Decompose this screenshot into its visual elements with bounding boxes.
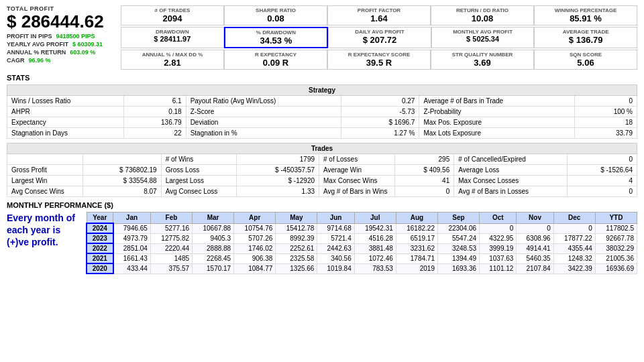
monthly-value: 1072.46 [354,253,396,263]
table-row: Stagnation in Days 22 Stagnation in % 1.… [7,128,637,139]
cell-value [83,154,161,165]
cell-value: 1799 [237,154,319,165]
monthly-wrapper: Every month of each year is (+)ve profit… [7,212,637,274]
cell-label: AHPR [7,107,124,117]
metrics-row-2: DRAWDOWN$ 28411.97% DRAWDOWN34.53 %DAILY… [121,27,637,48]
cell-value: $ -450357.57 [237,165,319,176]
yearly-avg-value: $ 60309.31 [72,41,103,48]
cell-label: # of Cancelled/Expired [454,154,568,165]
monthly-value: 2888.88 [193,243,234,253]
monthly-value: 1019.84 [317,263,354,274]
monthly-value: 4516.28 [354,233,396,243]
every-month-note: Every month of each year is (+)ve profit… [7,212,80,249]
monthly-col-header: Jul [354,213,396,224]
year-cell: 2024 [87,223,113,233]
monthly-row: 20247946.655277.1610667.8810754.7615412.… [87,223,637,233]
monthly-value: 4914.41 [517,243,553,253]
monthly-value: 4355.44 [553,243,595,253]
metric-cell: SHARPE RATIO0.08 [224,5,327,25]
table-row: Avg Consec Wins 8.07 Avg Consec Loss 1.3… [7,186,637,197]
monthly-value: 16936.69 [595,263,637,274]
year-cell: 2022 [87,243,113,253]
monthly-col-header: Jun [317,213,354,224]
monthly-value: 92667.78 [595,233,637,243]
monthly-value: 16182.22 [396,223,437,233]
monthly-section: MONTHLY PERFORMANCE ($) Every month of e… [7,201,637,274]
cell-value: 33.79 [575,128,637,139]
metric-cell: RETURN / DD RATIO10.08 [431,5,534,25]
cell-label: Average Win [319,165,395,176]
cell-value: 41 [394,176,454,186]
monthly-value: 2851.04 [113,243,151,253]
monthly-value: 1037.63 [480,253,517,263]
monthly-value: 5547.24 [437,233,479,243]
metric-cell: R EXPECTANCY SCORE39.5 R [327,50,431,70]
monthly-col-header: Apr [234,213,276,224]
metric-cell: DRAWDOWN$ 28411.97 [121,27,224,48]
monthly-value: 7946.65 [113,223,151,233]
metric-cell: STR QUALITY NUMBER3.69 [431,50,534,70]
metric-cell: MONTHLY AVG PROFIT$ 5025.34 [431,27,535,48]
cell-value: 4 [568,176,637,186]
cell-value: 22 [123,128,186,139]
metric-label: SHARPE RATIO [228,7,323,13]
cell-label: Max Consec Losses [454,176,568,186]
metric-value: 34.53 % [229,36,324,46]
monthly-value: 4973.79 [113,233,151,243]
monthly-value: 375.57 [150,263,192,274]
trades-header: Trades [7,143,637,154]
monthly-value: 10754.76 [234,223,276,233]
cell-label: Expectancy [7,117,124,128]
monthly-col-header: Nov [517,213,553,224]
strategy-header: Strategy [7,85,637,96]
monthly-value: 433.44 [113,263,151,274]
cell-value: $ 1696.7 [341,117,419,128]
cell-value: 8.07 [83,186,161,197]
metric-label: DRAWDOWN [125,29,220,35]
monthly-col-header: Dec [553,213,595,224]
monthly-value: 5707.26 [234,233,276,243]
monthly-value: 3999.19 [480,243,517,253]
cell-label: Max Consec Wins [319,176,395,186]
metric-label: % DRAWDOWN [229,29,324,36]
cell-label: Avg Consec Loss [161,186,237,197]
metric-label: PROFIT FACTOR [331,7,427,13]
metric-value: 3.69 [435,58,530,68]
table-row: # of Wins 1799 # of Losses 295 # of Canc… [7,154,637,165]
cell-value: $ 736802.19 [83,165,161,176]
monthly-value: 3231.62 [396,243,437,253]
monthly-value: 1661.43 [113,253,151,263]
cell-value: 1.27 % [341,128,419,139]
monthly-value: 340.56 [317,253,354,263]
metric-cell: AVERAGE TRADE$ 136.79 [534,27,637,48]
monthly-row: 20222851.042220.442888.881746.022252.612… [87,243,637,253]
metric-value: 2.81 [125,58,220,68]
total-profit-value: $ 286444.62 [7,12,114,32]
cell-label: Avg # of Bars in Losses [454,186,568,197]
metric-label: DAILY AVG PROFIT [332,29,427,35]
metric-label: MONTHLY AVG PROFIT [435,29,531,35]
cell-value: $ 409.56 [394,165,454,176]
monthly-col-header: Jan [113,213,151,224]
cell-label: Z-Score [186,107,341,117]
monthly-value: 12775.82 [150,233,192,243]
metric-value: 5.06 [538,58,633,68]
metric-cell: # OF TRADES2094 [121,5,224,25]
cell-label: Avg Consec Wins [7,186,83,197]
monthly-value: 38032.29 [595,243,637,253]
monthly-value: 4322.95 [480,233,517,243]
metric-cell: WINNING PERCENTAGE85.91 % [534,5,637,25]
cell-label: Z-Probability [419,107,575,117]
metric-label: SQN SCORE [538,52,633,58]
monthly-value: 117802.5 [595,223,637,233]
metric-value: $ 28411.97 [125,35,220,43]
metric-label: ANNUAL % / MAX DD % [125,52,220,58]
yearly-pct-value: 603.09 % [70,49,95,56]
cell-value: $ -1526.64 [568,165,637,176]
metric-label: AVERAGE TRADE [538,29,633,35]
monthly-value: 0 [480,223,517,233]
cell-label: # of Wins [161,154,237,165]
cell-value: -5.73 [341,107,419,117]
cell-label: Wins / Losses Ratio [7,96,124,107]
cell-value: 0 [394,186,454,197]
